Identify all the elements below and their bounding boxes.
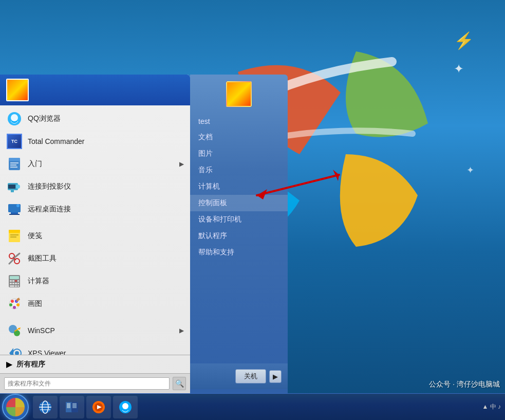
taskbar-tc[interactable] — [60, 396, 84, 418]
taskbar-ie[interactable] — [33, 396, 58, 418]
svg-point-13 — [16, 204, 20, 207]
shutdown-arrow-button[interactable]: ▶ — [269, 370, 282, 383]
menu-item-qq[interactable]: QQ浏览器 — [0, 107, 190, 130]
svg-rect-6 — [10, 167, 17, 168]
right-item-help[interactable]: 帮助和支持 — [190, 244, 288, 261]
search-button[interactable]: 🔍 — [173, 377, 186, 390]
right-spacer — [190, 109, 288, 114]
right-item-control[interactable]: 控制面板 — [190, 195, 288, 211]
notes-icon — [6, 228, 23, 244]
winscp-icon — [6, 322, 23, 339]
tc-label: Total Commander — [28, 137, 85, 145]
watermark: 公众号 · 湾仔沙电脑城 — [429, 380, 500, 389]
svg-rect-19 — [10, 236, 16, 238]
right-item-computer[interactable]: 计算机 — [190, 178, 288, 195]
menu-item-remote[interactable]: 远程桌面连接 — [0, 198, 190, 221]
svg-rect-15 — [9, 214, 20, 215]
right-item-test[interactable]: test — [190, 114, 288, 129]
svg-rect-28 — [12, 280, 14, 282]
svg-rect-29 — [15, 280, 17, 282]
svg-rect-30 — [17, 280, 19, 282]
notes-label: 便笺 — [28, 231, 42, 241]
svg-rect-31 — [10, 283, 12, 284]
qq-browser-icon — [6, 111, 23, 127]
start-menu: QQ浏览器 TC Total Commander — [0, 75, 308, 393]
winscp-arrow: ▶ — [179, 327, 184, 334]
user-avatar — [6, 79, 29, 101]
remote-icon — [6, 201, 23, 217]
right-item-docs[interactable]: 文档 — [190, 129, 288, 145]
windows-start-icon — [6, 398, 25, 416]
svg-rect-10 — [8, 185, 15, 189]
svg-rect-18 — [10, 234, 18, 235]
menu-item-notes[interactable]: 便笺 — [0, 225, 190, 247]
menu-item-intro[interactable]: 入门 ▶ — [0, 153, 190, 175]
snip-icon — [6, 250, 23, 267]
xps-icon — [6, 345, 23, 355]
svg-point-1 — [11, 114, 18, 121]
flower-icon — [7, 80, 28, 100]
taskbar: ▲ 中 ♪ — [0, 393, 505, 420]
menu-right-panel: test 文档 图片 音乐 计算机 控制面板 设备和打印机 默认程序 帮助和支持… — [190, 75, 288, 393]
menu-item-snip[interactable]: 截图工具 — [0, 247, 190, 270]
menu-item-projector[interactable]: 连接到投影仪 — [0, 175, 190, 198]
right-item-pics[interactable]: 图片 — [190, 145, 288, 162]
calc-label: 计算器 — [28, 277, 49, 286]
svg-point-67 — [122, 403, 128, 409]
svg-point-8 — [16, 185, 20, 189]
menu-item-winscp[interactable]: WinSCP ▶ — [0, 319, 190, 342]
start-button[interactable] — [2, 394, 29, 421]
svg-rect-17 — [9, 230, 20, 233]
right-item-music[interactable]: 音乐 — [190, 162, 288, 178]
svg-point-39 — [11, 300, 14, 303]
paint-label: 画图 — [28, 299, 42, 308]
search-input[interactable] — [4, 377, 170, 390]
qq-browser-label: QQ浏览器 — [28, 114, 61, 123]
winscp-label: WinSCP — [28, 326, 55, 335]
svg-rect-34 — [17, 283, 19, 284]
snip-label: 截图工具 — [28, 254, 57, 263]
svg-rect-26 — [10, 276, 19, 279]
svg-rect-33 — [15, 283, 17, 284]
svg-point-49 — [15, 351, 19, 355]
svg-rect-36 — [15, 285, 17, 287]
taskbar-media[interactable] — [86, 396, 111, 418]
menu-item-paint[interactable]: 画图 — [0, 293, 190, 315]
svg-rect-37 — [17, 285, 19, 287]
svg-line-23 — [9, 259, 14, 264]
all-programs[interactable]: ▶ 所有程序 — [0, 355, 190, 373]
taskbar-qq[interactable] — [113, 396, 138, 418]
sparkle-decoration2: ✦ — [466, 165, 474, 176]
taskbar-qq-icon — [117, 399, 134, 415]
right-header — [190, 79, 288, 109]
shutdown-area: 关机 ▶ — [190, 363, 288, 389]
calc-icon — [6, 273, 23, 289]
remote-label: 远程桌面连接 — [28, 205, 71, 214]
menu-item-calc[interactable]: 计算器 — [0, 270, 190, 293]
taskbar-items — [33, 394, 138, 420]
projector-icon — [6, 178, 23, 195]
projector-label: 连接到投影仪 — [28, 182, 71, 191]
svg-rect-14 — [11, 212, 18, 214]
xps-label: XPS Viewer — [28, 349, 66, 355]
taskbar-right: ▲ 中 ♪ — [482, 403, 505, 411]
user-image — [226, 81, 252, 107]
tc-icon: TC — [6, 133, 23, 150]
right-item-defaults[interactable]: 默认程序 — [190, 228, 288, 244]
right-item-devices[interactable]: 设备和打印机 — [190, 211, 288, 228]
intro-label: 入门 — [28, 159, 42, 169]
watermark-text: 公众号 · 湾仔沙电脑城 — [429, 380, 500, 389]
svg-rect-4 — [10, 162, 18, 163]
shutdown-button[interactable]: 关机 — [235, 369, 266, 384]
svg-point-43 — [13, 306, 16, 309]
svg-rect-61 — [67, 403, 70, 408]
menu-header — [0, 75, 190, 105]
search-bar: 🔍 — [0, 373, 190, 393]
menu-items-area: QQ浏览器 TC Total Commander — [0, 105, 190, 355]
menu-item-tc[interactable]: TC Total Commander — [0, 130, 190, 153]
bird-decoration: ⚡ — [454, 31, 474, 50]
system-clock: ▲ 中 ♪ — [482, 403, 501, 411]
menu-item-xps[interactable]: XPS Viewer — [0, 342, 190, 355]
sparkle-decoration: ✦ — [454, 62, 464, 76]
svg-point-42 — [16, 303, 20, 306]
